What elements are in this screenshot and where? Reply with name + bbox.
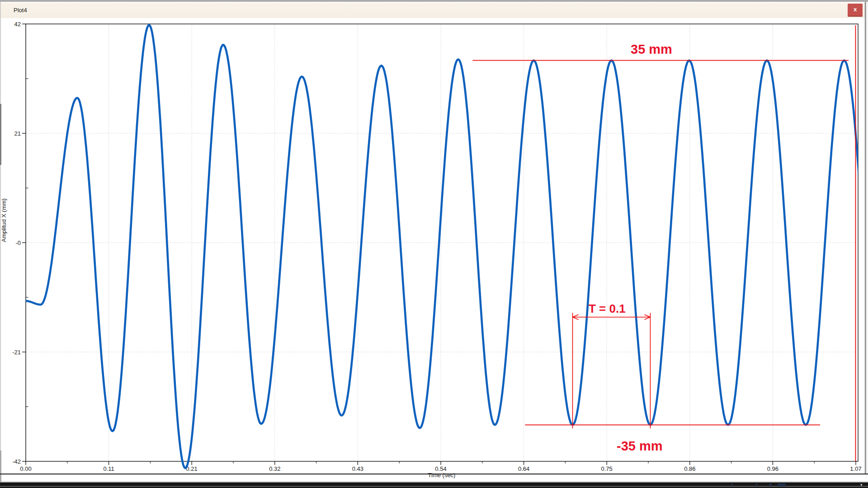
taskbar-glyph bbox=[769, 483, 772, 486]
annotation-amplitude-bottom: -35 mm bbox=[617, 439, 663, 454]
window-titlebar[interactable]: Plot4 bbox=[1, 3, 866, 19]
annotation-period: T = 0.1 bbox=[589, 302, 626, 316]
y-tick-label: -0 bbox=[15, 239, 21, 246]
background-window-edge-segment bbox=[0, 104, 1, 165]
arrowhead bbox=[644, 317, 650, 320]
annotation-amplitude-top: 35 mm bbox=[631, 42, 672, 57]
window-right-highlight bbox=[866, 2, 867, 474]
taskbar-glyph bbox=[756, 483, 757, 486]
x-tick-label: 0.00 bbox=[20, 465, 31, 472]
window-left-border bbox=[0, 2, 1, 474]
x-tick-label: 0.86 bbox=[684, 465, 695, 472]
x-tick-label: 0.75 bbox=[601, 465, 613, 472]
plot-area: 0.000.110.210.320.430.540.640.750.860.96… bbox=[0, 18, 868, 474]
x-tick-label: 0.43 bbox=[352, 465, 363, 472]
y-axis-title: Amplitud X (mm) bbox=[0, 191, 7, 250]
arrowhead bbox=[573, 314, 579, 317]
arrowhead bbox=[644, 314, 650, 317]
signal-curve bbox=[26, 25, 860, 468]
background-taskbar-strip bbox=[0, 483, 868, 486]
window-bottom-border bbox=[0, 474, 868, 474]
taskbar-glyph bbox=[731, 483, 733, 486]
window-title: Plot4 bbox=[14, 7, 27, 14]
y-tick-label: 21 bbox=[14, 130, 21, 137]
x-tick-label: 1.07 bbox=[850, 465, 861, 472]
y-tick-label: -42 bbox=[12, 458, 21, 465]
close-button[interactable]: x bbox=[848, 4, 863, 17]
arrowhead bbox=[573, 317, 579, 320]
y-tick-label: -21 bbox=[12, 349, 21, 356]
window-right-border bbox=[865, 2, 866, 474]
chart-canvas: 0.000.110.210.320.430.540.640.750.860.96… bbox=[0, 18, 868, 474]
close-icon: x bbox=[854, 6, 857, 13]
x-tick-label: 0.64 bbox=[518, 465, 529, 472]
y-tick-label: 42 bbox=[14, 21, 21, 28]
x-axis-title: Time (sec) bbox=[406, 472, 478, 479]
screen: { "window": { "title": "Plot4", "close_g… bbox=[0, 0, 868, 488]
x-tick-label: 0.96 bbox=[767, 465, 778, 472]
taskbar-caret-icon: ▾ bbox=[860, 483, 863, 487]
taskbar-glyph bbox=[778, 483, 786, 486]
x-tick-label: 0.54 bbox=[435, 465, 446, 472]
x-tick-label: 0.32 bbox=[269, 465, 280, 472]
x-tick-label: 0.11 bbox=[103, 465, 114, 472]
